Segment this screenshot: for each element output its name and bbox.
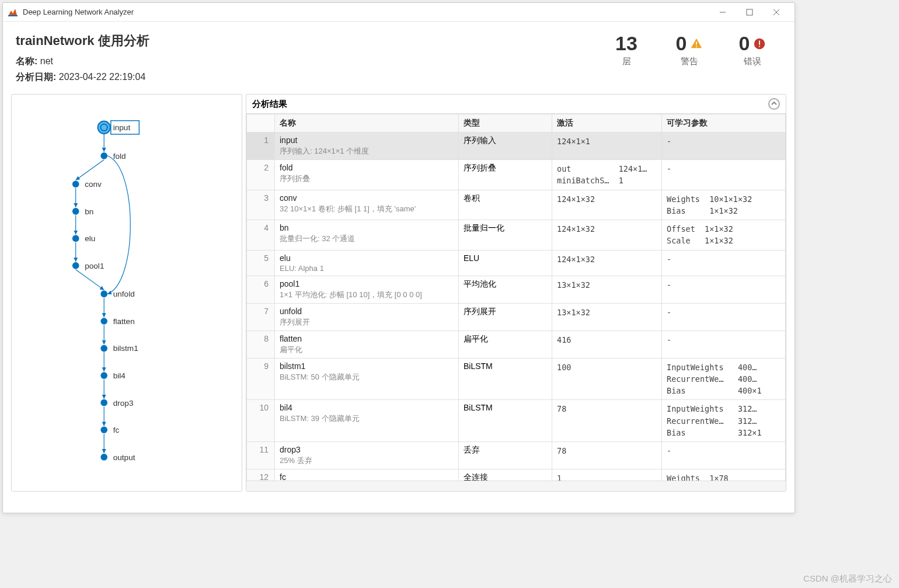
svg-text:drop3: drop3 [113,399,134,408]
table-row[interactable]: 7unfold序列展开序列展开13×1×32- [247,303,786,330]
col-header-name[interactable]: 名称 [275,114,459,133]
graph-node[interactable]: fc [100,426,119,434]
svg-text:pool1: pool1 [85,262,104,270]
svg-text:bil4: bil4 [113,371,126,380]
graph-node[interactable]: elu [72,234,95,243]
svg-rect-0 [8,15,18,16]
app-icon [8,7,18,18]
table-row[interactable]: 5eluELU: Alpha 1ELU124×1×32- [247,250,786,276]
svg-text:unfold: unfold [113,290,135,298]
table-row[interactable]: 4bn批量归一化: 32 个通道批量归一化124×1×32Offset 1×1×… [247,220,786,250]
horizontal-scrollbar[interactable] [246,481,786,491]
watermark: CSDN @机器学习之心 [803,573,892,584]
graph-node[interactable]: drop3 [100,399,133,408]
svg-rect-8 [759,40,761,44]
svg-text:flatten: flatten [113,317,135,326]
close-button[interactable] [763,3,790,22]
header: trainNetwork 使用分析 名称: net 分析日期: 2023-04-… [3,22,795,94]
svg-point-36 [100,454,107,461]
graph-node[interactable]: pool1 [72,262,104,270]
graph-node[interactable]: bilstm1 [100,344,138,353]
stat-errors: 0 错误 [735,32,770,87]
table-row[interactable]: 12fc1 全连接层全连接1Weights 1×78 Bias 1×1 [247,469,786,481]
table-row[interactable]: 11drop325% 丢弃丢弃78- [247,442,786,469]
svg-point-34 [100,426,107,433]
svg-point-26 [100,318,107,325]
stat-layers: 13 层 [609,32,644,87]
graph-node[interactable]: bn [72,207,93,216]
warning-icon [690,37,703,50]
table-row[interactable]: 10bil4BiLSTM: 39 个隐藏单元BiLSTM78InputWeigh… [247,400,786,442]
graph-panel[interactable]: inputfoldconvbnelupool1unfoldflattenbils… [11,94,242,492]
svg-text:bn: bn [85,207,93,216]
analysis-date-row: 分析日期: 2023-04-22 22:19:04 [16,71,149,83]
results-panel: 分析结果 名称 类型 激活 可学习参数 1input序列输入: 124×1×1 … [246,94,786,492]
svg-text:fold: fold [113,152,126,161]
svg-text:output: output [113,453,135,462]
svg-point-28 [100,345,107,352]
svg-text:fc: fc [113,426,120,434]
svg-point-30 [100,372,107,379]
graph-node[interactable]: flatten [100,317,134,326]
collapse-button[interactable] [768,98,780,110]
table-row[interactable]: 1input序列输入: 124×1×1 个维度序列输入124×1×1- [247,133,786,160]
page-title: trainNetwork 使用分析 [16,32,149,50]
svg-rect-5 [696,41,698,45]
svg-rect-6 [696,46,698,47]
svg-text:elu: elu [85,234,95,243]
svg-point-18 [72,208,79,215]
title-bar: Deep Learning Network Analyzer [3,3,795,22]
svg-text:input: input [113,123,131,132]
graph-node[interactable]: input [98,121,140,134]
svg-point-32 [100,399,107,406]
table-row[interactable]: 6pool11×1 平均池化: 步幅 [10 10]，填充 [0 0 0 0]平… [247,276,786,303]
svg-rect-2 [747,9,752,15]
svg-point-11 [100,124,107,131]
svg-text:conv: conv [85,180,102,189]
svg-rect-9 [759,46,761,47]
graph-node[interactable]: fold [100,152,126,161]
results-table: 名称 类型 激活 可学习参数 1input序列输入: 124×1×1 个维度序列… [246,114,786,481]
svg-point-14 [100,152,107,159]
error-icon [753,37,766,50]
maximize-button[interactable] [736,3,763,22]
col-header-activations[interactable]: 激活 [552,114,662,133]
col-header-learnables[interactable]: 可学习参数 [662,114,786,133]
network-name-row: 名称: net [16,55,149,68]
table-row[interactable]: 2fold序列折叠序列折叠out 124×1… miniBatchS… 1- [247,160,786,190]
svg-point-22 [72,262,79,269]
results-table-scroll[interactable]: 名称 类型 激活 可学习参数 1input序列输入: 124×1×1 个维度序列… [246,114,786,481]
window-title: Deep Learning Network Analyzer [23,8,709,16]
svg-point-20 [72,235,79,242]
app-window: Deep Learning Network Analyzer trainNetw… [2,2,795,513]
svg-text:bilstm1: bilstm1 [113,344,138,353]
col-header-type[interactable]: 类型 [459,114,552,133]
table-row[interactable]: 9bilstm1BiLSTM: 50 个隐藏单元BiLSTM100InputWe… [247,358,786,400]
stat-warnings: 0 警告 [672,32,707,87]
table-row[interactable]: 3conv32 10×1×1 卷积: 步幅 [1 1]，填充 'same'卷积1… [247,190,786,220]
svg-point-24 [100,291,107,298]
svg-point-16 [72,180,79,187]
graph-node[interactable]: output [100,453,135,462]
graph-node[interactable]: conv [72,180,102,189]
graph-node[interactable]: bil4 [100,371,126,380]
table-row[interactable]: 8flatten扁平化扁平化416- [247,330,786,358]
graph-node[interactable]: unfold [100,290,134,298]
minimize-button[interactable] [709,3,736,22]
results-title: 分析结果 [252,99,287,110]
